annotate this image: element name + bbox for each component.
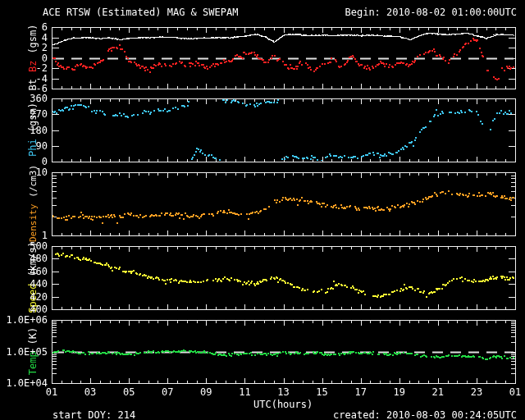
y-tick-label: 90 — [0, 141, 48, 151]
x-tick-label: 23 — [467, 387, 486, 397]
y-tick-label: 1.0E+05 — [0, 347, 48, 357]
y-axis-label-part: (K) — [27, 327, 39, 345]
x-tick-label: 03 — [80, 387, 100, 397]
footer-start-doy: start DOY: 214 — [52, 409, 135, 420]
page-title: ACE RTSW (Estimated) MAG & SWEPAM — [43, 7, 238, 18]
x-tick-label: 07 — [158, 387, 177, 397]
y-tick-label: 4 — [0, 33, 48, 43]
x-tick-label: 13 — [274, 387, 294, 397]
x-tick-label: 01 — [42, 387, 62, 397]
y-tick-label: 480 — [0, 253, 48, 263]
plot-canvas — [0, 0, 525, 420]
y-tick-label: 10 — [0, 167, 48, 177]
x-tick-label: 15 — [313, 387, 332, 397]
x-tick-label: 01 — [505, 387, 525, 397]
y-tick-label: 500 — [0, 241, 48, 251]
x-tick-label: 21 — [428, 387, 448, 397]
x-tick-label: 09 — [196, 387, 216, 397]
y-tick-label: 400 — [0, 304, 48, 314]
y-tick-label: 6 — [0, 22, 48, 32]
y-tick-label: 440 — [0, 279, 48, 289]
y-tick-label: 420 — [0, 292, 48, 302]
ace-rtsw-plot: ACE RTSW (Estimated) MAG & SWEPAM Begin:… — [0, 0, 525, 420]
y-tick-label: 0 — [0, 157, 48, 167]
y-tick-label: 1 — [0, 231, 48, 240]
y-tick-label: 270 — [0, 109, 48, 119]
x-tick-label: 17 — [351, 387, 371, 397]
begin-timestamp: Begin: 2010-08-02 01:00:00UTC — [345, 7, 517, 18]
y-tick-label: 2 — [0, 43, 48, 52]
y-tick-label: 360 — [0, 94, 48, 103]
y-tick-label: 460 — [0, 267, 48, 276]
x-axis-label: UTC(hours) — [253, 399, 313, 410]
footer-created: created: 2010-08-03 00:24:05UTC — [333, 409, 517, 420]
x-tick-label: 19 — [390, 387, 409, 397]
y-tick-label: -2 — [0, 63, 48, 73]
x-tick-label: 11 — [235, 387, 254, 397]
y-tick-label: 1.0E+06 — [0, 315, 48, 325]
y-tick-label: 1.0E+04 — [0, 378, 48, 388]
x-tick-label: 05 — [119, 387, 139, 397]
y-tick-label: 180 — [0, 126, 48, 135]
